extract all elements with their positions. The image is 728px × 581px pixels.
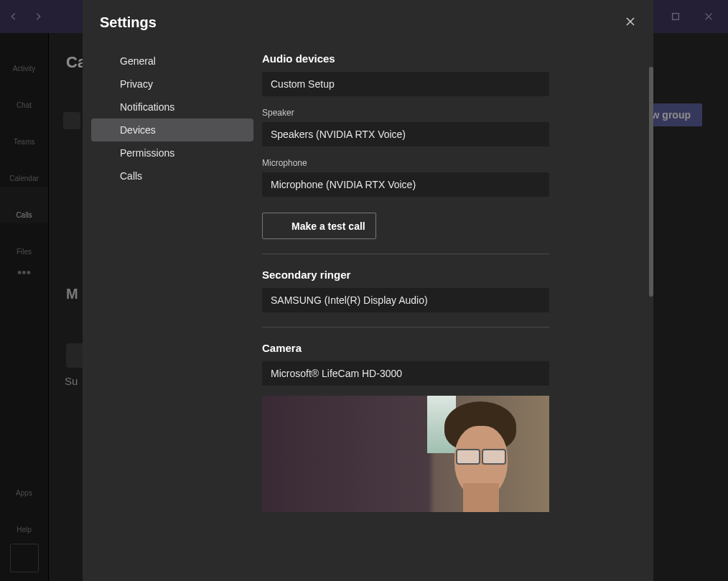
svg-rect-29 (101, 149, 104, 152)
nav-label: General (120, 55, 156, 67)
nav-item-devices[interactable]: Devices (91, 118, 253, 141)
test-call-label: Make a test call (291, 220, 365, 232)
nav-label: Privacy (120, 78, 153, 90)
camera-select[interactable]: Microsoft® LifeCam HD-3000 (262, 361, 549, 386)
scrollbar[interactable] (649, 67, 653, 297)
permissions-icon (98, 147, 111, 159)
select-value: SAMSUNG (Intel(R) Display Audio) (271, 294, 428, 306)
settings-modal: Settings General Privacy Notifications (83, 0, 653, 581)
audio-setup-select[interactable]: Custom Setup (262, 72, 549, 96)
nav-label: Calls (120, 170, 142, 182)
secondary-ringer-select[interactable]: SAMSUNG (Intel(R) Display Audio) (262, 288, 549, 312)
settings-nav: General Privacy Notifications Devices Pe… (83, 38, 262, 581)
audio-devices-title: Audio devices (262, 52, 633, 65)
chevron-down-icon (531, 129, 542, 140)
svg-rect-30 (106, 149, 109, 152)
chevron-down-icon (531, 179, 542, 190)
camera-preview (262, 396, 549, 512)
nav-label: Notifications (120, 101, 174, 113)
nav-item-permissions[interactable]: Permissions (91, 141, 253, 164)
camera-title: Camera (262, 342, 633, 354)
settings-content[interactable]: Audio devices Custom Setup Speaker Speak… (262, 38, 653, 581)
microphone-select[interactable]: Microphone (NVIDIA RTX Voice) (262, 172, 549, 197)
phone-icon (98, 169, 111, 182)
nav-item-notifications[interactable]: Notifications (91, 96, 253, 118)
nav-item-privacy[interactable]: Privacy (91, 73, 253, 96)
secondary-ringer-title: Secondary ringer (262, 269, 633, 281)
microphone-label: Microphone (262, 158, 633, 168)
select-value: Microphone (NVIDIA RTX Voice) (271, 179, 416, 190)
svg-rect-32 (274, 222, 281, 228)
nav-item-calls[interactable]: Calls (91, 164, 253, 187)
select-value: Speakers (NVIDIA RTX Voice) (271, 129, 406, 140)
select-value: Custom Setup (271, 78, 335, 90)
nav-item-general[interactable]: General (91, 50, 253, 73)
svg-rect-31 (101, 154, 104, 157)
chevron-down-icon (531, 368, 542, 379)
speaker-label: Speaker (262, 108, 633, 118)
modal-title: Settings (100, 14, 157, 31)
svg-rect-27 (100, 131, 102, 135)
chevron-down-icon (531, 294, 542, 306)
lock-icon (98, 78, 111, 90)
modal-close-button[interactable] (625, 16, 636, 30)
modal-header: Settings (83, 0, 653, 38)
headset-icon (98, 124, 111, 136)
svg-rect-28 (108, 131, 110, 135)
divider (262, 327, 549, 327)
nav-label: Devices (120, 124, 156, 136)
test-call-icon (273, 219, 284, 233)
make-test-call-button[interactable]: Make a test call (262, 213, 376, 239)
divider (262, 254, 549, 254)
bell-icon (98, 101, 111, 113)
gear-icon (98, 55, 111, 68)
svg-rect-26 (102, 83, 108, 88)
speaker-select[interactable]: Speakers (NVIDIA RTX Voice) (262, 122, 549, 147)
svg-point-25 (103, 60, 107, 63)
chevron-down-icon (531, 78, 542, 90)
nav-label: Permissions (120, 147, 174, 159)
modal-overlay[interactable]: Settings General Privacy Notifications (0, 0, 728, 581)
select-value: Microsoft® LifeCam HD-3000 (271, 368, 402, 379)
